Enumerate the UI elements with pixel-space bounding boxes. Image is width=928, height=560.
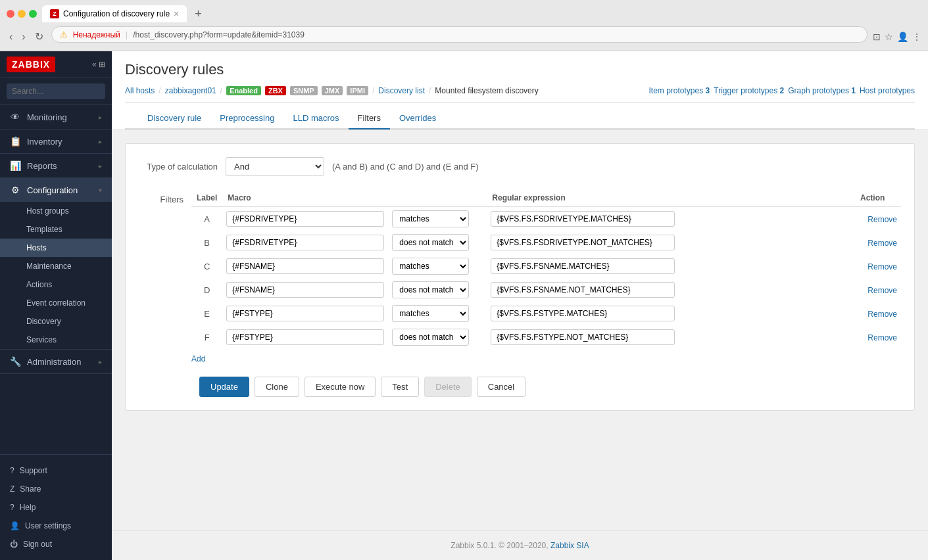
sidebar-user-settings[interactable]: 👤 User settings — [7, 517, 105, 535]
remove-filter-link[interactable]: Remove — [867, 310, 897, 319]
table-row: Bmatchesdoes not matchRemove — [191, 231, 901, 254]
sidebar-sign-out[interactable]: ⏻ Sign out — [7, 535, 105, 553]
profile-button[interactable]: 👤 — [897, 32, 908, 42]
filter-regex-cell — [487, 231, 855, 254]
sidebar-item-hosts[interactable]: Hosts — [0, 239, 112, 257]
th-match — [388, 189, 487, 207]
reports-arrow: ▸ — [99, 162, 102, 170]
zabbix-logo[interactable]: ZABBIX — [7, 57, 55, 72]
sub-tabs: Discovery rule Preprocessing LLD macros … — [125, 108, 915, 129]
tab-lld-macros[interactable]: LLD macros — [283, 108, 348, 129]
filter-match-select[interactable]: matchesdoes not match — [392, 258, 469, 275]
cast-button[interactable]: ⊡ — [873, 32, 881, 42]
execute-now-button[interactable]: Execute now — [305, 377, 376, 397]
tab-preprocessing[interactable]: Preprocessing — [210, 108, 283, 129]
sidebar-toggle[interactable]: « ⊞ — [92, 60, 105, 69]
sidebar-item-templates[interactable]: Templates — [0, 220, 112, 239]
remove-filter-link[interactable]: Remove — [867, 239, 897, 248]
cancel-button[interactable]: Cancel — [477, 377, 525, 397]
url-untrusted-label: Ненадежный — [73, 30, 120, 39]
filter-regex-input[interactable] — [491, 282, 675, 298]
nav-section-administration: 🔧 Administration ▸ — [0, 350, 112, 374]
filter-match-select[interactable]: matchesdoes not match — [392, 305, 469, 322]
sidebar-nav: 👁 Monitoring ▸ 📋 Inventory ▸ 📊 Reports — [0, 105, 112, 454]
graph-prototypes-link[interactable]: Graph prototypes 1 — [788, 86, 856, 95]
calc-type-select[interactable]: And Or And/Or Custom expression — [226, 157, 324, 176]
tab-overrides[interactable]: Overrides — [390, 108, 445, 129]
filter-regex-input[interactable] — [491, 306, 675, 321]
footer-link[interactable]: Zabbix SIA — [550, 541, 589, 550]
filter-macro-input[interactable] — [226, 235, 384, 250]
filter-macro-input[interactable] — [226, 258, 384, 274]
test-button[interactable]: Test — [381, 377, 419, 397]
filter-regex-input[interactable] — [491, 329, 675, 345]
sidebar-item-configuration[interactable]: ⚙ Configuration ▾ — [0, 178, 112, 202]
new-tab-button[interactable]: + — [192, 7, 205, 21]
bc-all-hosts[interactable]: All hosts — [125, 86, 155, 95]
menu-button[interactable]: ⋮ — [912, 32, 921, 42]
filter-match-cell: matchesdoes not match — [388, 254, 487, 278]
browser-tab[interactable]: Z Configuration of discovery rule × — [42, 5, 187, 22]
dot-red[interactable] — [7, 10, 14, 18]
sidebar-item-host-groups[interactable]: Host groups — [0, 202, 112, 220]
back-button[interactable]: ‹ — [7, 30, 15, 44]
bookmark-button[interactable]: ☆ — [885, 32, 893, 42]
refresh-button[interactable]: ↻ — [32, 29, 46, 44]
filter-match-select[interactable]: matchesdoes not match — [392, 329, 469, 346]
configuration-label: Configuration — [27, 185, 92, 195]
bc-host[interactable]: zabbixagent01 — [165, 86, 216, 95]
user-settings-label: User settings — [25, 521, 71, 530]
nav-section-inventory: 📋 Inventory ▸ — [0, 129, 112, 154]
clone-button[interactable]: Clone — [255, 377, 299, 397]
sidebar-item-services[interactable]: Services — [0, 331, 112, 349]
tab-filters[interactable]: Filters — [349, 108, 390, 129]
item-prototypes-link[interactable]: Item prototypes 3 — [649, 86, 710, 95]
sidebar-item-event-correlation[interactable]: Event correlation — [0, 294, 112, 312]
remove-filter-link[interactable]: Remove — [867, 262, 897, 271]
trigger-prototypes-link[interactable]: Trigger prototypes 2 — [714, 86, 784, 95]
sidebar-help[interactable]: ? Help — [7, 498, 105, 517]
sidebar-item-maintenance[interactable]: Maintenance — [0, 257, 112, 275]
sidebar-item-actions[interactable]: Actions — [0, 275, 112, 294]
sidebar-item-inventory[interactable]: 📋 Inventory ▸ — [0, 129, 112, 153]
sidebar-search-input[interactable] — [7, 83, 105, 99]
filter-match-select[interactable]: matchesdoes not match — [392, 234, 469, 251]
dot-green[interactable] — [29, 10, 37, 18]
browser-nav: ‹ › ↻ — [7, 29, 46, 44]
tab-close[interactable]: × — [174, 9, 179, 19]
forward-button[interactable]: › — [19, 30, 28, 44]
sidebar-header: ZABBIX « ⊞ — [0, 51, 112, 78]
sidebar-support[interactable]: ? Support — [7, 461, 105, 480]
filter-macro-input[interactable] — [226, 329, 384, 345]
filter-macro-input[interactable] — [226, 306, 384, 321]
sidebar-item-monitoring[interactable]: 👁 Monitoring ▸ — [0, 105, 112, 129]
page-title: Discovery rules — [125, 61, 915, 78]
bc-discovery-list[interactable]: Discovery list — [378, 86, 425, 95]
filter-regex-input[interactable] — [491, 211, 675, 227]
sidebar-item-administration[interactable]: 🔧 Administration ▸ — [0, 350, 112, 373]
remove-filter-link[interactable]: Remove — [867, 333, 897, 342]
update-button[interactable]: Update — [199, 377, 249, 397]
calc-type-row: Type of calculation And Or And/Or Custom… — [139, 157, 901, 176]
table-row: Fmatchesdoes not matchRemove — [191, 325, 901, 349]
filter-regex-input[interactable] — [491, 235, 675, 250]
monitoring-label: Monitoring — [27, 112, 92, 122]
dot-yellow[interactable] — [18, 10, 26, 18]
host-prototypes-link[interactable]: Host prototypes — [860, 86, 915, 95]
filter-macro-input[interactable] — [226, 282, 384, 298]
remove-filter-link[interactable]: Remove — [867, 286, 897, 295]
sidebar-item-reports[interactable]: 📊 Reports ▸ — [0, 154, 112, 177]
filter-macro-input[interactable] — [226, 211, 384, 227]
footer-text: Zabbix 5.0.1. © 2001–2020, — [451, 541, 548, 550]
address-bar[interactable]: ⚠ Ненадежный | /host_discovery.php?form=… — [51, 26, 867, 43]
filter-match-select[interactable]: matchesdoes not match — [392, 281, 469, 298]
sidebar-share[interactable]: Z Share — [7, 480, 105, 498]
badge-zbx: ZBX — [265, 86, 286, 95]
tab-discovery-rule[interactable]: Discovery rule — [138, 108, 210, 129]
remove-filter-link[interactable]: Remove — [867, 215, 897, 224]
filter-regex-input[interactable] — [491, 258, 675, 274]
add-filter-link[interactable]: Add — [191, 354, 205, 363]
filter-match-select[interactable]: matchesdoes not match — [392, 210, 469, 227]
help-icon: ? — [10, 503, 14, 512]
sidebar-item-discovery[interactable]: Discovery — [0, 312, 112, 331]
